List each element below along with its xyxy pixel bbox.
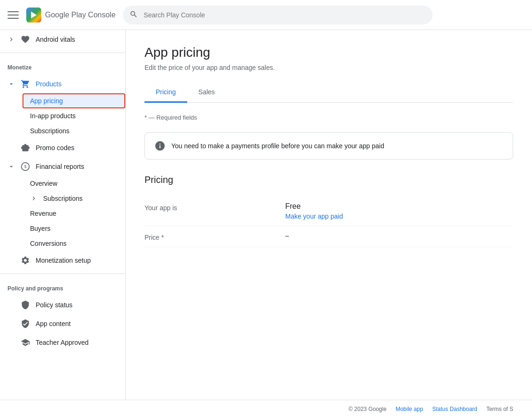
sidebar-item-products[interactable]: Products [0, 75, 125, 93]
footer: © 2023 Google · Mobile app · Status Dash… [0, 400, 532, 418]
search-bar [123, 6, 433, 24]
page-subtitle: Edit the price of your app and manage sa… [144, 64, 513, 71]
overview-label: Overview [30, 180, 57, 187]
policy-status-label: Policy status [36, 301, 73, 309]
financial-reports-icon: $ [21, 162, 30, 171]
page-title: App pricing [144, 45, 513, 60]
teacher-approved-label: Teacher Approved [36, 339, 89, 346]
footer-copyright: © 2023 Google [349, 406, 387, 412]
policy-section-label: Policy and programs [0, 278, 125, 296]
products-label: Products [36, 80, 61, 88]
main-content: App pricing Edit the price of your app a… [126, 30, 532, 400]
in-app-products-label: In-app products [30, 112, 76, 120]
sidebar-item-monetization-setup[interactable]: Monetization setup [0, 251, 125, 270]
sidebar-item-subscriptions-sub[interactable]: Subscriptions [23, 191, 125, 206]
footer-mobile-app[interactable]: Mobile app [395, 406, 423, 412]
android-vitals-icon [21, 35, 30, 44]
field-your-app-value: Free Make your app paid [285, 202, 343, 220]
subscriptions-sub-label: Subscriptions [43, 195, 83, 202]
tab-sales[interactable]: Sales [187, 83, 226, 103]
logo-link[interactable]: Google Play Console [26, 8, 115, 23]
sidebar: Android vitals Monetize Products App pri… [0, 30, 126, 400]
sidebar-item-teacher-approved[interactable]: Teacher Approved [0, 333, 125, 352]
promo-codes-label: Promo codes [36, 144, 74, 152]
sidebar-item-revenue[interactable]: Revenue [23, 206, 125, 221]
subscriptions-label: Subscriptions [30, 127, 69, 135]
sidebar-item-android-vitals[interactable]: Android vitals [0, 30, 125, 49]
monetization-setup-label: Monetization setup [36, 257, 91, 264]
buyers-label: Buyers [30, 225, 51, 232]
field-price-label: Price * [144, 232, 285, 241]
products-icon [21, 79, 30, 89]
promo-codes-icon [21, 143, 30, 152]
logo-icon [26, 8, 41, 23]
sidebar-item-app-content[interactable]: App content [0, 314, 125, 333]
search-input[interactable] [123, 6, 433, 24]
svg-text:$: $ [24, 164, 27, 169]
teacher-approved-icon [21, 338, 30, 347]
make-paid-link[interactable]: Make your app paid [285, 213, 343, 220]
info-banner-text: You need to make a payments profile befo… [171, 142, 384, 150]
revenue-label: Revenue [30, 210, 56, 217]
sidebar-item-overview[interactable]: Overview [23, 176, 125, 191]
sidebar-item-subscriptions[interactable]: Subscriptions [23, 123, 125, 138]
footer-dot-1: · [390, 406, 392, 412]
tab-pricing[interactable]: Pricing [144, 83, 187, 103]
topbar: Google Play Console [0, 0, 532, 30]
sidebar-item-buyers[interactable]: Buyers [23, 221, 125, 236]
logo-text: Google Play Console [45, 11, 115, 19]
app-content-icon [21, 319, 30, 328]
financial-reports-sub: Overview Subscriptions Revenue Buyers Co… [0, 176, 125, 251]
sidebar-item-policy-status[interactable]: Policy status [0, 296, 125, 314]
sidebar-item-promo-codes[interactable]: Promo codes [0, 138, 125, 157]
footer-dot-3: · [481, 406, 482, 412]
info-banner: You need to make a payments profile befo… [144, 132, 513, 160]
tabs: Pricing Sales [144, 83, 513, 103]
android-vitals-label: Android vitals [36, 36, 75, 43]
footer-dot-2: · [427, 406, 428, 412]
monetize-section-label: Monetize [0, 57, 125, 75]
field-your-app-label: Your app is [144, 202, 285, 212]
footer-terms: Terms of S [486, 406, 513, 412]
sidebar-item-financial-reports[interactable]: $ Financial reports [0, 157, 125, 176]
sidebar-item-app-pricing[interactable]: App pricing [23, 93, 125, 108]
field-price-value: – [285, 232, 289, 239]
policy-status-icon [21, 300, 30, 310]
field-row-your-app: Your app is Free Make your app paid [144, 197, 513, 226]
hamburger-menu[interactable] [8, 9, 19, 21]
products-sub: App pricing In-app products Subscription… [0, 93, 125, 138]
app-content-label: App content [36, 320, 71, 327]
info-icon [154, 140, 166, 152]
required-note: * — Required fields [144, 114, 513, 121]
pricing-section-title: Pricing [144, 175, 513, 185]
sidebar-item-conversions[interactable]: Conversions [23, 236, 125, 251]
search-icon [129, 10, 138, 20]
app-status-text: Free [285, 202, 343, 211]
conversions-label: Conversions [30, 240, 67, 247]
financial-reports-label: Financial reports [36, 163, 84, 170]
layout: Android vitals Monetize Products App pri… [0, 30, 532, 400]
app-pricing-label: App pricing [30, 97, 63, 105]
sidebar-item-in-app-products[interactable]: In-app products [23, 108, 125, 123]
monetization-setup-icon [21, 256, 30, 265]
field-row-price: Price * – [144, 226, 513, 247]
footer-status-dashboard[interactable]: Status Dashboard [432, 406, 477, 412]
